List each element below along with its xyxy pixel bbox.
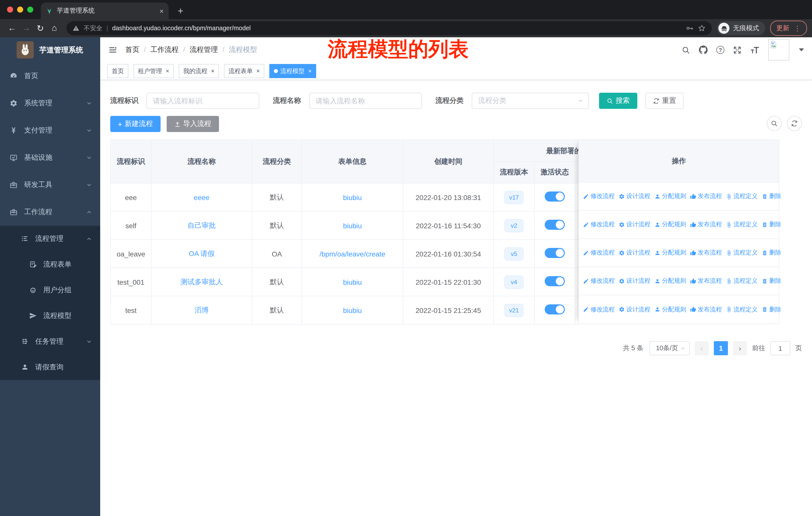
process-name-link[interactable]: OA 请假 bbox=[189, 249, 215, 257]
process-name-input[interactable] bbox=[309, 93, 422, 109]
operation-link[interactable]: 分配规则 bbox=[655, 192, 686, 200]
tag-close-icon[interactable]: × bbox=[211, 67, 214, 75]
operation-link[interactable]: 设计流程 bbox=[619, 220, 650, 229]
version-badge[interactable]: v21 bbox=[504, 304, 524, 317]
process-name-link[interactable]: 测试多审批人 bbox=[180, 277, 223, 286]
tag-item[interactable]: 流程表单 × bbox=[224, 64, 264, 78]
sidebar-item[interactable]: 首页 bbox=[0, 62, 100, 90]
operation-link[interactable]: 删除 bbox=[762, 220, 781, 229]
operation-link[interactable]: 流程定义 bbox=[726, 277, 758, 285]
operation-link[interactable]: 删除 bbox=[762, 248, 781, 257]
tag-close-icon[interactable]: × bbox=[256, 67, 260, 75]
window-controls[interactable] bbox=[7, 6, 33, 12]
sidebar-item[interactable]: 支付管理 bbox=[0, 117, 100, 144]
search-button[interactable]: 搜索 bbox=[599, 93, 637, 109]
page-1-button[interactable]: 1 bbox=[714, 341, 728, 355]
create-process-button[interactable]: + 新建流程 bbox=[110, 116, 161, 132]
home-button[interactable]: ⌂ bbox=[47, 23, 61, 33]
version-badge[interactable]: v2 bbox=[504, 219, 524, 232]
collapse-sidebar-icon[interactable] bbox=[108, 45, 117, 54]
operation-link[interactable]: 修改流程 bbox=[583, 192, 615, 200]
form-info-link[interactable]: biubiu bbox=[343, 306, 362, 314]
prev-page-button[interactable]: ‹ bbox=[695, 341, 709, 355]
zoom-window-button[interactable] bbox=[27, 6, 33, 12]
menu-dots-icon[interactable]: ⋮ bbox=[794, 24, 801, 32]
process-name-link[interactable]: 滔博 bbox=[195, 306, 209, 314]
form-info-link[interactable]: /bpm/oa/leave/create bbox=[319, 250, 385, 258]
status-toggle[interactable] bbox=[545, 276, 565, 286]
form-info-link[interactable]: biubiu bbox=[343, 193, 362, 201]
sidebar-item[interactable]: 研发工具 bbox=[0, 171, 100, 198]
sidebar-subitem[interactable]: 用户分组 bbox=[0, 277, 100, 303]
tag-item[interactable]: 租户管理 × bbox=[134, 64, 174, 78]
sidebar-item[interactable]: 工作流程 bbox=[0, 198, 100, 226]
tag-item[interactable]: 首页 bbox=[107, 64, 128, 78]
operation-link[interactable]: 流程定义 bbox=[726, 248, 758, 257]
avatar-caret-icon[interactable] bbox=[799, 48, 804, 51]
back-button[interactable]: ← bbox=[5, 23, 19, 33]
version-badge[interactable]: v5 bbox=[504, 247, 524, 260]
close-window-button[interactable] bbox=[7, 6, 13, 12]
next-page-button[interactable]: › bbox=[733, 341, 747, 355]
browser-tab[interactable]: 芋道管理系统 × bbox=[41, 2, 169, 19]
github-icon[interactable] bbox=[699, 45, 708, 54]
fullscreen-icon[interactable] bbox=[733, 46, 742, 54]
tag-close-icon[interactable]: × bbox=[308, 67, 312, 75]
operation-link[interactable]: 删除 bbox=[762, 192, 781, 200]
bookmark-star-icon[interactable] bbox=[698, 24, 706, 32]
operation-link[interactable]: 设计流程 bbox=[619, 192, 650, 200]
version-badge[interactable]: v4 bbox=[504, 275, 524, 289]
process-key-input[interactable] bbox=[146, 93, 259, 109]
reload-button[interactable]: ↻ bbox=[33, 23, 47, 33]
status-toggle[interactable] bbox=[545, 304, 565, 315]
operation-link[interactable]: 发布流程 bbox=[690, 248, 722, 257]
tag-item[interactable]: 流程模型 × bbox=[269, 64, 316, 78]
update-label[interactable]: 更新 bbox=[776, 24, 789, 33]
operation-link[interactable]: 发布流程 bbox=[690, 192, 722, 200]
new-tab-button[interactable]: + bbox=[178, 2, 183, 19]
operation-link[interactable]: 发布流程 bbox=[690, 277, 722, 285]
sidebar-item[interactable]: 系统管理 bbox=[0, 90, 100, 117]
sidebar-subitem[interactable]: 流程模型 bbox=[0, 303, 100, 329]
operation-link[interactable]: 修改流程 bbox=[583, 248, 615, 257]
help-icon[interactable]: ? bbox=[716, 46, 724, 54]
operation-link[interactable]: 分配规则 bbox=[655, 305, 686, 314]
import-process-button[interactable]: 导入流程 bbox=[167, 116, 219, 132]
process-name-link[interactable]: eeee bbox=[194, 193, 209, 201]
sidebar-subitem[interactable]: 请假查询 bbox=[0, 354, 100, 380]
font-size-icon[interactable] bbox=[750, 45, 760, 55]
browser-update-button[interactable]: 更新 ⋮ bbox=[770, 21, 807, 36]
version-badge[interactable]: v17 bbox=[504, 191, 524, 204]
status-toggle[interactable] bbox=[545, 191, 565, 201]
operation-link[interactable]: 设计流程 bbox=[619, 305, 650, 314]
operation-link[interactable]: 发布流程 bbox=[690, 220, 722, 229]
goto-page-input[interactable] bbox=[770, 341, 790, 355]
status-toggle[interactable] bbox=[545, 248, 565, 258]
process-category-select[interactable]: 流程分类 bbox=[472, 93, 589, 109]
address-bar[interactable]: 不安全 | dashboard.yudao.iocoder.cn/bpm/man… bbox=[66, 21, 712, 35]
operation-link[interactable]: 分配规则 bbox=[655, 248, 686, 257]
operation-link[interactable]: 删除 bbox=[762, 277, 781, 285]
password-key-icon[interactable] bbox=[686, 24, 694, 32]
sidebar-subitem[interactable]: 流程管理 bbox=[0, 226, 100, 251]
minimize-window-button[interactable] bbox=[17, 6, 23, 12]
url-text[interactable]: dashboard.yudao.iocoder.cn/bpm/manager/m… bbox=[112, 25, 682, 32]
operation-link[interactable]: 分配规则 bbox=[655, 277, 686, 285]
operation-link[interactable]: 修改流程 bbox=[583, 277, 615, 285]
sidebar-item[interactable]: 基础设施 bbox=[0, 144, 100, 171]
sidebar-logo[interactable]: 芋道管理系统 bbox=[0, 37, 100, 62]
operation-link[interactable]: 发布流程 bbox=[690, 305, 722, 314]
breadcrumb-item[interactable]: 流程模型 bbox=[229, 45, 257, 54]
operation-link[interactable]: 设计流程 bbox=[619, 277, 650, 285]
reset-button[interactable]: 重置 bbox=[645, 93, 684, 109]
operation-link[interactable]: 删除 bbox=[762, 305, 781, 314]
search-icon[interactable] bbox=[682, 46, 690, 54]
tab-close-icon[interactable]: × bbox=[160, 7, 164, 15]
process-name-link[interactable]: 自己审批 bbox=[187, 221, 216, 229]
operation-link[interactable]: 流程定义 bbox=[726, 305, 758, 314]
sidebar-subitem[interactable]: 流程表单 bbox=[0, 251, 100, 277]
form-info-link[interactable]: biubiu bbox=[343, 221, 362, 229]
operation-link[interactable]: 设计流程 bbox=[619, 248, 650, 257]
tag-close-icon[interactable]: × bbox=[166, 67, 169, 75]
breadcrumb-item[interactable]: 工作流程 bbox=[150, 45, 185, 54]
